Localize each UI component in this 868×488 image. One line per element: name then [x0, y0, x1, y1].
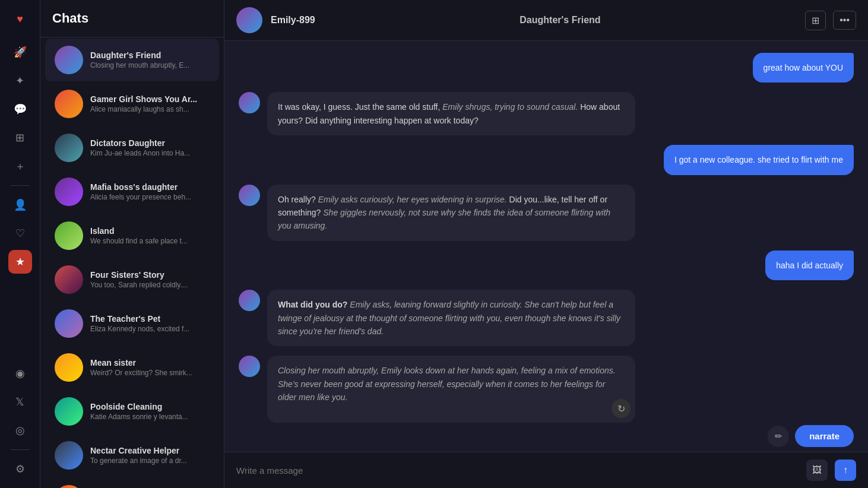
input-bar: 🖼 ↑: [224, 452, 868, 488]
chat-list-item[interactable]: Late Payment Wat bedoel je met 'Ik ook w…: [45, 478, 219, 488]
message-bubble-ai: Oh really? Emily asks curiously, her eye…: [267, 185, 635, 241]
message-row: Oh really? Emily asks curiously, her eye…: [239, 185, 854, 241]
narrate-area: ✏ narrate: [224, 425, 868, 452]
message-bubble-user: I got a new colleague. she tried to flir…: [664, 145, 854, 175]
message-row: great how about YOU: [239, 53, 854, 83]
person-icon[interactable]: 👤: [8, 193, 32, 217]
chat-name: Poolside Cleaning: [90, 402, 210, 411]
chat-icon[interactable]: 💬: [8, 97, 32, 121]
ai-avatar: [239, 92, 260, 113]
chat-list-item[interactable]: Mean sister Weird? Or exciting? She smir…: [45, 346, 219, 389]
message-text: It was okay, I guess. Just the same old …: [278, 102, 620, 125]
collapse-button[interactable]: ⊞: [805, 11, 826, 30]
rail-divider: [11, 185, 30, 186]
reddit-icon[interactable]: ◎: [8, 419, 32, 442]
header-persona-name: Emily-899: [271, 15, 315, 26]
chat-info: Four Sisters' Story You too, Sarah repli…: [90, 270, 210, 289]
message-row: haha I did actually: [239, 251, 854, 280]
chat-info: Dictators Daughter Kim Ju-ae leads Anon …: [90, 138, 210, 157]
more-options-button[interactable]: •••: [833, 11, 856, 30]
chat-avatar: [55, 134, 83, 162]
chat-list-item[interactable]: The Teacher's Pet Eliza Kennedy nods, ex…: [45, 302, 219, 345]
premium-icon[interactable]: ★: [8, 250, 32, 274]
chat-avatar: [55, 441, 83, 470]
chat-name: Island: [90, 226, 210, 236]
chat-list-item[interactable]: Four Sisters' Story You too, Sarah repli…: [45, 258, 219, 301]
main-chat: Emily-899 Daughter's Friend ⊞ ••• great …: [224, 0, 868, 488]
chat-name: Four Sisters' Story: [90, 270, 210, 280]
message-input[interactable]: [236, 462, 799, 479]
chat-header: Emily-899 Daughter's Friend ⊞ •••: [224, 0, 868, 41]
send-button[interactable]: ↑: [835, 460, 856, 481]
message-text: I got a new colleague. she tried to flir…: [674, 155, 843, 164]
chat-avatar: [55, 221, 83, 250]
chat-preview: You too, Sarah replied coldly....: [90, 281, 210, 289]
chat-list-item[interactable]: Dictators Daughter Kim Ju-ae leads Anon …: [45, 126, 219, 169]
message-bubble-ai: What did you do? Emily asks, leaning for…: [267, 290, 635, 346]
settings-icon[interactable]: ⚙: [8, 457, 32, 481]
chat-name: Dictators Daughter: [90, 138, 210, 148]
message-row: What did you do? Emily asks, leaning for…: [239, 290, 854, 346]
chat-list-item[interactable]: Nectar Creative Helper To generate an im…: [45, 434, 219, 477]
chat-avatar: [55, 485, 83, 488]
sidebar-header: Chats: [40, 0, 224, 37]
chat-preview: We should find a safe place t...: [90, 237, 210, 245]
message-text: great how about YOU: [764, 63, 843, 72]
chat-avatar: [55, 265, 83, 294]
discord-icon[interactable]: ◉: [8, 362, 32, 385]
ai-avatar: [239, 356, 260, 377]
icon-rail: ♥ 🚀 ✦ 💬 ⊞ ＋ 👤 ♡ ★ ◉ 𝕏 ◎ ⚙: [0, 0, 40, 488]
chat-info: Nectar Creative Helper To generate an im…: [90, 446, 210, 465]
message-bubble-ai-last: Closing her mouth abruptly, Emily looks …: [267, 356, 635, 423]
message-bubble-user: haha I did actually: [765, 251, 854, 280]
image-button[interactable]: 🖼: [806, 460, 828, 481]
chat-preview: Alicia feels your presence beh...: [90, 193, 210, 201]
message-text: Closing her mouth abruptly, Emily looks …: [278, 366, 616, 402]
edit-button[interactable]: ✏: [768, 426, 789, 447]
ai-avatar: [239, 185, 260, 206]
narrate-button[interactable]: narrate: [795, 425, 854, 447]
reroll-button[interactable]: ↻: [612, 399, 631, 418]
chat-list-item[interactable]: Mafia boss's daughter Alicia feels your …: [45, 170, 219, 213]
chat-name: Mean sister: [90, 358, 210, 367]
rocket-icon[interactable]: 🚀: [8, 40, 32, 64]
chat-preview: To generate an image of a dr...: [90, 457, 210, 465]
add-icon[interactable]: ＋: [8, 154, 32, 178]
chat-list-item[interactable]: Poolside Cleaning Katie Adams sonrie y l…: [45, 390, 219, 433]
chat-info: Island We should find a safe place t...: [90, 226, 210, 245]
chat-avatar: [55, 309, 83, 338]
chat-avatar: [55, 46, 83, 74]
chat-list-item[interactable]: Island We should find a safe place t...: [45, 214, 219, 257]
favorites-icon[interactable]: ♡: [8, 221, 32, 245]
chat-list-item[interactable]: Gamer Girl Shows You Ar... Alice maniaca…: [45, 83, 219, 125]
chat-info: Poolside Cleaning Katie Adams sonrie y l…: [90, 402, 210, 421]
message-bubble-ai: It was okay, I guess. Just the same old …: [267, 92, 635, 135]
chat-preview: Eliza Kennedy nods, excited f...: [90, 325, 210, 333]
chat-preview: Alice maniacally laughs as sh...: [90, 105, 210, 113]
chat-info: The Teacher's Pet Eliza Kennedy nods, ex…: [90, 314, 210, 333]
rail-divider2: [11, 449, 30, 450]
chat-name: The Teacher's Pet: [90, 314, 210, 324]
chat-list: Daughter's Friend Closing her mouth abru…: [40, 37, 224, 488]
twitter-icon[interactable]: 𝕏: [8, 390, 32, 414]
sparkle-icon[interactable]: ✦: [8, 69, 32, 93]
chat-info: Daughter's Friend Closing her mouth abru…: [90, 50, 210, 69]
sidebar-title: Chats: [52, 11, 88, 26]
chat-name: Gamer Girl Shows You Ar...: [90, 94, 210, 104]
chat-preview: Closing her mouth abruptly, E...: [90, 61, 210, 69]
chat-info: Mean sister Weird? Or exciting? She smir…: [90, 358, 210, 377]
chat-avatar: [55, 397, 83, 426]
grid-icon[interactable]: ⊞: [8, 126, 32, 150]
chat-list-item[interactable]: Daughter's Friend Closing her mouth abru…: [45, 39, 219, 81]
message-text: What did you do? Emily asks, leaning for…: [278, 300, 620, 336]
messages-area: great how about YOU It was okay, I guess…: [224, 41, 868, 425]
heart-icon[interactable]: ♥: [8, 7, 32, 31]
chat-avatar: [55, 90, 83, 118]
message-bubble-user: great how about YOU: [753, 53, 854, 83]
header-avatar: [236, 7, 262, 33]
chat-preview: Kim Ju-ae leads Anon into Ha...: [90, 149, 210, 157]
chat-info: Gamer Girl Shows You Ar... Alice maniaca…: [90, 94, 210, 113]
chat-name: Mafia boss's daughter: [90, 182, 210, 192]
header-scenario-title: Daughter's Friend: [324, 15, 797, 26]
message-text: Oh really? Emily asks curiously, her eye…: [278, 195, 610, 231]
